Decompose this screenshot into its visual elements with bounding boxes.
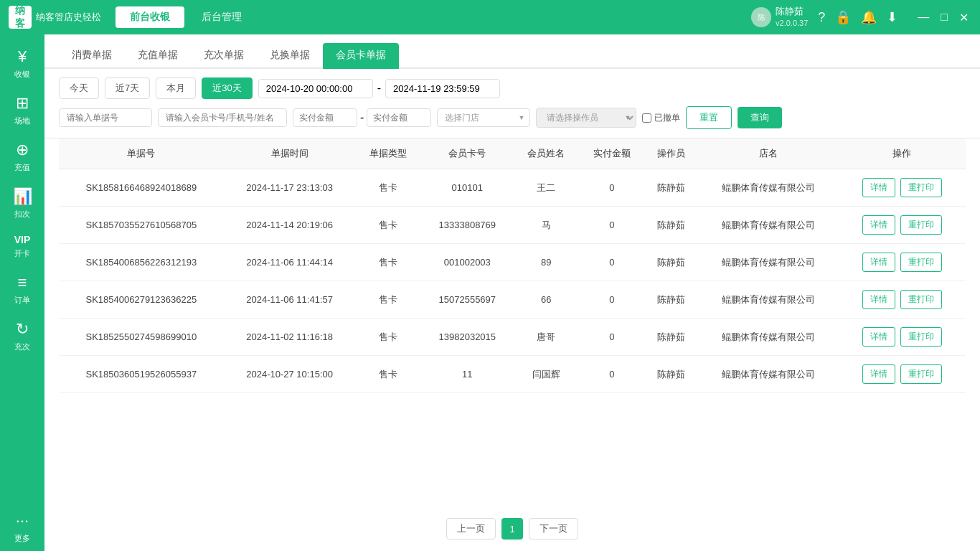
sidebar-item-vip[interactable]: VIP 开卡 (0, 227, 44, 266)
detail-button-2[interactable]: 详情 (862, 253, 895, 272)
amount-separator: - (360, 111, 364, 124)
col-actions: 操作 (839, 138, 966, 169)
cell-amount: 0 (579, 244, 644, 281)
col-card-no: 会员卡号 (421, 138, 514, 169)
nav-tab-backend[interactable]: 后台管理 (187, 6, 256, 28)
sidebar-label-topup: 充值 (14, 162, 30, 173)
cell-time: 2024-11-17 23:13:03 (224, 169, 356, 207)
detail-button-5[interactable]: 详情 (862, 364, 895, 384)
cell-order-id: SK1850360519526055937 (59, 356, 224, 393)
recharge-icon: ↻ (16, 320, 29, 339)
sidebar-label-recharge: 充次 (14, 342, 30, 352)
tab-exchange[interactable]: 兑换单据 (257, 43, 323, 69)
close-button[interactable]: ✕ (956, 11, 971, 24)
reprint-button-0[interactable]: 重打印 (900, 178, 942, 197)
maximize-button[interactable]: □ (938, 11, 951, 24)
cell-shop: 鲲鹏体育传媒有限公司 (697, 281, 838, 319)
tab-recharge[interactable]: 充值单据 (125, 43, 191, 69)
order-number-input[interactable] (59, 108, 152, 127)
sidebar-item-recharge[interactable]: ↻ 充次 (0, 313, 44, 359)
tab-member-card[interactable]: 会员卡单据 (323, 43, 399, 69)
cell-shop: 鲲鹏体育传媒有限公司 (697, 207, 838, 244)
detail-button-4[interactable]: 详情 (862, 327, 895, 347)
member-search-input[interactable] (158, 108, 287, 127)
cell-card-no: 13982032015 (421, 319, 514, 356)
sidebar-label-deduct: 扣次 (14, 209, 30, 220)
sidebar-label-more: 更多 (14, 533, 30, 544)
shop-select-wrapper: 选择门店 (437, 108, 530, 127)
cancelled-label: 已撤单 (654, 112, 680, 124)
help-icon[interactable]: ? (818, 10, 825, 25)
shop-select[interactable]: 选择门店 (437, 108, 530, 127)
cell-actions: 详情 重打印 (839, 281, 966, 319)
sidebar-label-cashier: 收银 (14, 69, 30, 80)
btn-today[interactable]: 今天 (59, 77, 99, 99)
tab-recharge-times[interactable]: 充次单据 (191, 43, 257, 69)
reprint-button-2[interactable]: 重打印 (900, 253, 942, 272)
sidebar-item-more[interactable]: ··· 更多 (0, 504, 44, 551)
cell-time: 2024-11-02 11:16:18 (224, 319, 356, 356)
main-layout: ¥ 收银 ⊞ 场地 ⊕ 充值 📊 扣次 VIP 开卡 ≡ 订单 ↻ 充次 ··· (0, 34, 980, 551)
cancelled-checkbox-label[interactable]: 已撤单 (642, 112, 680, 124)
btn-month[interactable]: 本月 (156, 77, 196, 99)
logo-area: 纳客 纳客管店史轻松 (9, 6, 101, 29)
reprint-button-5[interactable]: 重打印 (900, 364, 942, 384)
btn-7days[interactable]: 近7天 (105, 77, 150, 99)
col-member-name: 会员姓名 (514, 138, 579, 169)
sidebar-item-cashier[interactable]: ¥ 收银 (0, 40, 44, 87)
minimize-button[interactable]: — (915, 11, 932, 24)
cell-card-no: 010101 (421, 169, 514, 207)
query-button[interactable]: 查询 (738, 107, 782, 128)
tab-consume[interactable]: 消费单据 (59, 43, 125, 69)
sidebar-item-topup[interactable]: ⊕ 充值 (0, 133, 44, 180)
reprint-button-4[interactable]: 重打印 (900, 327, 942, 347)
reprint-button-1[interactable]: 重打印 (900, 215, 942, 235)
user-name-block: 陈静茹 v2.0.0.37 (776, 6, 808, 28)
table-header-row: 单据号 单据时间 单据类型 会员卡号 会员姓名 实付金额 操作员 店名 操作 (59, 138, 966, 169)
bell-icon[interactable]: 🔔 (861, 9, 877, 25)
order-icon: ≡ (18, 273, 27, 292)
lock-icon[interactable]: 🔒 (835, 9, 851, 25)
detail-button-1[interactable]: 详情 (862, 215, 895, 235)
col-operator: 操作员 (644, 138, 697, 169)
cell-amount: 0 (579, 207, 644, 244)
date-separator: - (377, 82, 381, 95)
cell-time: 2024-11-06 11:44:14 (224, 244, 356, 281)
cell-member-name: 马 (514, 207, 579, 244)
prev-page-button[interactable]: 上一页 (446, 518, 496, 540)
download-icon[interactable]: ⬇ (887, 9, 897, 25)
table-row: SK1857035527610568705 2024-11-14 20:19:0… (59, 207, 966, 244)
cell-amount: 0 (579, 281, 644, 319)
vip-icon: VIP (14, 234, 31, 245)
sidebar-item-venue[interactable]: ⊞ 场地 (0, 87, 44, 133)
cell-card-no: 11 (421, 356, 514, 393)
cell-member-name: 66 (514, 281, 579, 319)
date-start-input[interactable] (258, 79, 373, 98)
sidebar-item-order[interactable]: ≡ 订单 (0, 266, 44, 313)
user-name: 陈静茹 (776, 6, 808, 18)
table-row: SK1858166468924018689 2024-11-17 23:13:0… (59, 169, 966, 207)
date-range: - (258, 79, 500, 98)
sub-tabs: 消费单据 充值单据 充次单据 兑换单据 会员卡单据 (44, 34, 980, 69)
detail-button-3[interactable]: 详情 (862, 290, 895, 309)
btn-30days[interactable]: 近30天 (202, 77, 252, 99)
sidebar-item-deduct[interactable]: 📊 扣次 (0, 180, 44, 227)
cashier-icon: ¥ (18, 47, 27, 66)
cell-operator: 陈静茹 (644, 319, 697, 356)
amount-max-input[interactable] (367, 108, 431, 127)
cancelled-checkbox[interactable] (642, 113, 651, 123)
amount-min-input[interactable] (293, 108, 357, 127)
deduct-icon: 📊 (13, 187, 32, 206)
operator-select[interactable]: 请选择操作员 (536, 108, 636, 128)
date-end-input[interactable] (385, 79, 500, 98)
next-page-button[interactable]: 下一页 (529, 518, 578, 540)
reprint-button-3[interactable]: 重打印 (900, 290, 942, 309)
cell-member-name: 闫国辉 (514, 356, 579, 393)
detail-button-0[interactable]: 详情 (862, 178, 895, 197)
nav-tab-cashier[interactable]: 前台收银 (116, 6, 184, 28)
reset-button[interactable]: 重置 (686, 106, 732, 129)
col-order-id: 单据号 (59, 138, 224, 169)
page-1[interactable]: 1 (501, 518, 523, 540)
cell-time: 2024-11-14 20:19:06 (224, 207, 356, 244)
cell-card-no: 001002003 (421, 244, 514, 281)
